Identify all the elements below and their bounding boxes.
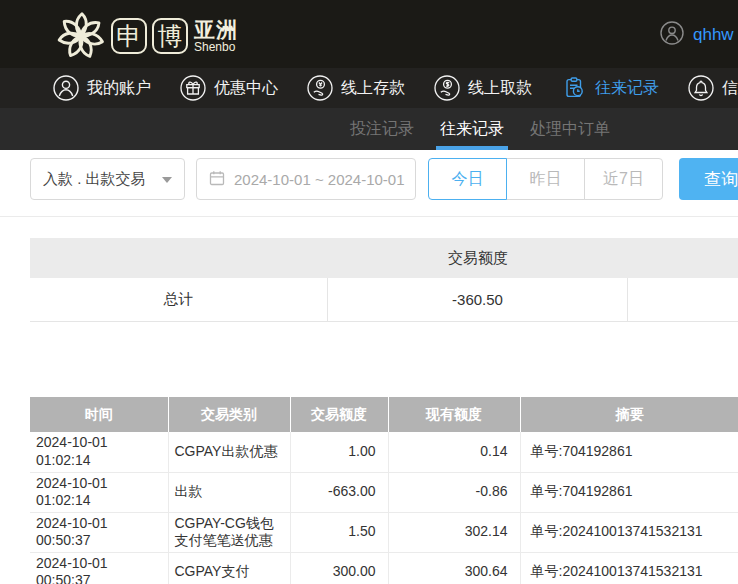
cell-balance: 300.64: [388, 552, 520, 584]
quick-range-today-button[interactable]: 今日: [428, 158, 507, 200]
cell-balance: 0.14: [388, 432, 520, 472]
summary-total-value: -360.50: [328, 278, 628, 321]
logo-brand-text: Shenbo: [194, 41, 238, 54]
cell-memo: 单号:202410013741532131: [520, 512, 738, 552]
nav-item-my-account[interactable]: 我的账户: [53, 75, 151, 101]
date-range-input[interactable]: 2024-10-01 ~ 2024-10-01: [196, 158, 416, 200]
cell-balance: 302.14: [388, 512, 520, 552]
logo-region-block: 亚洲 Shenbo: [194, 19, 238, 54]
bell-icon: [688, 75, 714, 101]
cell-amount: 300.00: [290, 552, 388, 584]
records-icon: [561, 75, 587, 101]
summary-table: 交易额度 总计 -360.50: [30, 238, 738, 322]
username-text: qhhw: [693, 25, 734, 45]
date-range-value: 2024-10-01 ~ 2024-10-01: [234, 171, 405, 188]
logo-char-shen: 申: [111, 18, 147, 54]
tab-bet-records[interactable]: 投注记录: [350, 108, 414, 150]
cell-time: 2024-10-01 00:50:37: [30, 552, 168, 584]
nav-item-label: 优惠中心: [214, 78, 278, 99]
table-row: 2024-10-01 00:50:37 CGPAY支付 300.00 300.6…: [30, 552, 738, 584]
quick-range-last7days-button[interactable]: 近7日: [584, 158, 663, 200]
sub-nav: 投注记录 往来记录 处理中订单: [0, 108, 738, 150]
table-row: 2024-10-01 01:02:14 出款 -663.00 -0.86 单号:…: [30, 472, 738, 512]
nav-item-label: 往来记录: [595, 78, 659, 99]
summary-empty-cell: [628, 278, 738, 321]
top-bar: 申 博 亚洲 Shenbo qhhw: [0, 0, 738, 68]
summary-row-label: 总计: [30, 278, 328, 321]
cell-type: 出款: [168, 472, 290, 512]
brand-logo[interactable]: 申 博 亚洲 Shenbo: [53, 5, 238, 67]
cell-time: 2024-10-01 01:02:14: [30, 432, 168, 472]
logo-region-text: 亚洲: [194, 19, 238, 41]
tab-label: 往来记录: [440, 119, 504, 140]
cell-balance: -0.86: [388, 472, 520, 512]
nav-item-label: 线上存款: [341, 78, 405, 99]
summary-total-row: 总计 -360.50: [30, 278, 738, 322]
search-button[interactable]: 查询: [679, 158, 738, 200]
nav-item-promotions[interactable]: 优惠中心: [180, 75, 278, 101]
logo-char-bo: 博: [152, 18, 188, 54]
cell-amount: -663.00: [290, 472, 388, 512]
cell-type: CGPAY支付: [168, 552, 290, 584]
cell-memo: 单号:202410013741532131: [520, 552, 738, 584]
quick-range-yesterday-button[interactable]: 昨日: [506, 158, 585, 200]
filter-bar: 入款 . 出款交易 2024-10-01 ~ 2024-10-01 今日 昨日 …: [0, 150, 738, 217]
user-account[interactable]: qhhw: [660, 21, 734, 49]
transactions-table: 时间 交易类别 交易额度 现有额度 摘要 2024-10-01 01:02:14…: [30, 397, 738, 584]
nav-item-transaction-records[interactable]: 往来记录: [561, 75, 659, 101]
summary-column-header: 交易额度: [328, 249, 628, 268]
cell-time: 2024-10-01 00:50:37: [30, 512, 168, 552]
cell-memo: 单号:704192861: [520, 472, 738, 512]
chevron-down-icon: [162, 177, 172, 188]
tab-pending-orders[interactable]: 处理中订单: [530, 108, 610, 150]
nav-item-label: 信息中心: [722, 78, 738, 99]
deposit-icon: [307, 75, 333, 101]
quick-range-group: 今日 昨日 近7日: [428, 158, 663, 200]
summary-header-row: 交易额度: [30, 238, 738, 278]
withdraw-icon: [434, 75, 460, 101]
nav-item-withdraw[interactable]: 线上取款: [434, 75, 532, 101]
user-avatar-icon: [660, 21, 684, 49]
flower-logo-icon: [53, 5, 109, 67]
tab-label: 投注记录: [350, 119, 414, 140]
column-header-balance: 现有额度: [388, 397, 520, 432]
user-icon: [53, 75, 79, 101]
nav-item-label: 我的账户: [87, 78, 151, 99]
transaction-type-select[interactable]: 入款 . 出款交易: [30, 158, 185, 200]
table-row: 2024-10-01 00:50:37 CGPAY-CG钱包支付笔笔送优惠 1.…: [30, 512, 738, 552]
cell-time: 2024-10-01 01:02:14: [30, 472, 168, 512]
tab-transaction-records[interactable]: 往来记录: [440, 108, 504, 150]
logo-characters: 申 博: [111, 18, 188, 54]
cell-amount: 1.00: [290, 432, 388, 472]
column-header-time: 时间: [30, 397, 168, 432]
table-header-row: 时间 交易类别 交易额度 现有额度 摘要: [30, 397, 738, 432]
nav-item-messages[interactable]: 信息中心: [688, 75, 738, 101]
gift-icon: [180, 75, 206, 101]
table-row: 2024-10-01 01:02:14 CGPAY出款优惠 1.00 0.14 …: [30, 432, 738, 472]
main-nav: 我的账户 优惠中心 线上存款 线上: [0, 68, 738, 108]
cell-type: CGPAY出款优惠: [168, 432, 290, 472]
cell-type: CGPAY-CG钱包支付笔笔送优惠: [168, 512, 290, 552]
calendar-icon: [209, 170, 225, 189]
nav-item-label: 线上取款: [468, 78, 532, 99]
cell-memo: 单号:704192861: [520, 432, 738, 472]
nav-item-deposit[interactable]: 线上存款: [307, 75, 405, 101]
column-header-amount: 交易额度: [290, 397, 388, 432]
cell-amount: 1.50: [290, 512, 388, 552]
column-header-memo: 摘要: [520, 397, 738, 432]
column-header-type: 交易类别: [168, 397, 290, 432]
transaction-type-value: 入款 . 出款交易: [43, 170, 146, 189]
tab-label: 处理中订单: [530, 119, 610, 140]
